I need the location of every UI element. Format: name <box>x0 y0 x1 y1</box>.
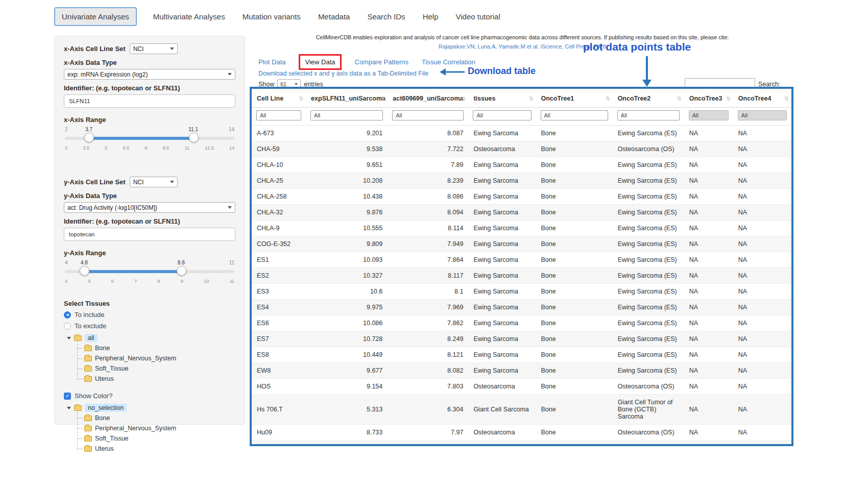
act-value-cell: 8.239 <box>388 173 468 189</box>
tissue-tree-item[interactable]: Peripheral_Nervous_System <box>84 423 235 433</box>
y-slider-tick-label: 9 <box>181 279 183 284</box>
act-value-cell: 7.969 <box>388 300 468 315</box>
tissue-cell: Ewing Sarcoma <box>468 189 536 205</box>
column-header[interactable]: OncoTree2 ⇅ <box>613 89 684 108</box>
download-link[interactable]: Download selected x and y axis data as a… <box>258 70 428 77</box>
oncotree2-cell: Ewing Sarcoma (ES) <box>613 284 684 300</box>
tissue-tree-item[interactable]: Uterus <box>84 444 235 454</box>
oncotree4-cell: NA <box>733 379 791 395</box>
act-value-cell: 8.082 <box>388 363 468 379</box>
tree-root-label[interactable]: no_selection <box>85 404 127 412</box>
citation-link[interactable]: Rajapakse.VN, Luna.A, Yamade.M et al. iS… <box>251 43 793 50</box>
x-cell-line-set-select[interactable]: NCI <box>130 43 178 54</box>
table-pointer-arrow-icon <box>639 56 655 88</box>
y-slider-fill <box>84 270 181 273</box>
x-slider-min-label: 2 <box>65 127 68 132</box>
tab-plot-data[interactable]: Plot Data <box>258 58 285 66</box>
column-header[interactable]: tissues ⇅ <box>468 89 536 108</box>
nav-tab-mutation-variants[interactable]: Mutation variants <box>242 8 302 25</box>
tissue-tree-item[interactable]: Soft_Tissue <box>84 363 235 374</box>
x-identifier-input[interactable] <box>64 94 235 108</box>
y-cell-line-set-select[interactable]: NCI <box>130 177 178 187</box>
oncotree3-cell: NA <box>684 331 733 347</box>
expander-icon[interactable] <box>67 337 71 339</box>
y-slider-left-handle[interactable] <box>80 266 89 276</box>
filter-exp[interactable]: All <box>310 110 383 120</box>
y-data-type-select[interactable]: act: Drug Activity (-log10[IC50M]) <box>64 202 235 213</box>
show-color-row[interactable]: Show Color? <box>64 392 235 400</box>
tab-tissue-correlation[interactable]: Tissue Correlation <box>422 58 475 66</box>
tissue-tree-item[interactable]: Bone <box>84 343 235 353</box>
table-row: EW8 9.677 8.082 Ewing Sarcoma Bone Ewing… <box>252 363 791 379</box>
table-row: ES1 10.093 7.864 Ewing Sarcoma Bone Ewin… <box>252 252 791 268</box>
tissue-cell: Ewing Sarcoma <box>468 205 536 221</box>
folder-icon <box>84 356 92 361</box>
filter-act[interactable]: All <box>392 110 464 120</box>
exp-value-cell: 10.449 <box>306 347 388 363</box>
act-value-cell: 7.722 <box>388 141 468 157</box>
tissue-include-radio-row[interactable]: To include <box>64 311 235 319</box>
select-tissues-label: Select Tissues <box>64 300 235 307</box>
cell-line-cell: ES3 <box>252 284 306 300</box>
column-header[interactable]: OncoTree4 ⇅ <box>733 89 791 108</box>
nav-tab-multivariate[interactable]: Multivariate Analyses <box>152 8 226 25</box>
tissue-tree-item-label: Bone <box>95 414 110 422</box>
nav-tab-metadata[interactable]: Metadata <box>317 8 351 25</box>
column-header[interactable]: act609699_uniSarcoma ⇅ <box>388 89 468 108</box>
tab-compare-patterns[interactable]: Compare Patterns <box>355 58 409 66</box>
oncotree1-cell: Bone <box>536 205 613 221</box>
act-value-cell: 8.094 <box>388 205 468 221</box>
tree-root-label[interactable]: all <box>85 334 98 342</box>
column-header[interactable]: OncoTree3 ⇅ <box>684 89 733 108</box>
tissue-tree-include: all Bone Peripheral_Nervous_System Soft_… <box>67 334 235 384</box>
y-identifier-input[interactable] <box>64 228 235 241</box>
tissue-tree-item[interactable]: Soft_Tissue <box>84 433 235 444</box>
tree-root-row[interactable]: no_selection <box>67 404 235 412</box>
exp-value-cell: 9.154 <box>306 379 388 395</box>
filter-oncotree1[interactable]: All <box>541 110 608 120</box>
y-data-type-label: y-Axis Data Type <box>64 192 117 200</box>
x-slider-right-handle[interactable] <box>189 133 199 142</box>
tissue-cell: Ewing Sarcoma <box>468 126 536 141</box>
cell-line-cell: HOS <box>252 379 306 395</box>
nav-tab-search-ids[interactable]: Search IDs <box>366 8 406 25</box>
cell-line-cell: ES4 <box>252 300 306 315</box>
x-slider-left-handle[interactable] <box>84 133 94 142</box>
nav-tab-help[interactable]: Help <box>422 8 440 25</box>
oncotree4-cell: NA <box>733 284 791 300</box>
radio-include-icon[interactable] <box>64 311 71 319</box>
table-row: CHLA-258 10.438 8.086 Ewing Sarcoma Bone… <box>252 189 791 205</box>
act-value-cell: 7.89 <box>388 157 468 173</box>
oncotree2-cell: Ewing Sarcoma (ES) <box>613 236 684 252</box>
tissue-tree-item[interactable]: Uterus <box>84 374 235 384</box>
tab-view-data[interactable]: View Data <box>305 58 335 66</box>
table-row: ES3 10.6 8.1 Ewing Sarcoma Bone Ewing Sa… <box>252 284 791 300</box>
folder-icon <box>84 416 92 421</box>
show-color-checkbox[interactable] <box>64 393 71 400</box>
tissue-tree-item[interactable]: Bone <box>84 413 235 423</box>
tissue-tree-item[interactable]: Peripheral_Nervous_System <box>84 353 235 363</box>
column-header[interactable]: Cell Line ⇅ <box>252 89 306 108</box>
x-data-type-select[interactable]: exp: mRNA Expression (log2) <box>64 69 235 80</box>
plot-data-table: Cell Line ⇅ expSLFN11_uniSarcoma ⇅ act60… <box>252 89 791 446</box>
column-header[interactable]: OncoTree1 ⇅ <box>536 89 613 108</box>
tree-root-row[interactable]: all <box>67 334 235 342</box>
filter-cell-line[interactable]: All <box>256 110 301 120</box>
x-slider-to-label: 11.1 <box>188 127 198 132</box>
radio-exclude-icon[interactable] <box>64 323 71 330</box>
tissue-tree-item-label: Uterus <box>95 445 114 452</box>
expander-icon[interactable] <box>67 407 71 409</box>
nav-tab-univariate[interactable]: Univariate Analyses <box>54 7 137 26</box>
nav-tab-video-tutorial[interactable]: Video tutorial <box>454 8 501 25</box>
cell-line-cell: Hs 706.T <box>252 395 306 425</box>
filter-tissues[interactable]: All <box>473 110 531 120</box>
column-header-label: Cell Line <box>257 95 283 102</box>
tissue-exclude-radio-row[interactable]: To exclude <box>64 322 235 330</box>
oncotree2-cell: Ewing Sarcoma (ES) <box>613 252 684 268</box>
oncotree1-cell: Bone <box>536 141 613 157</box>
oncotree4-cell: NA <box>733 268 791 284</box>
y-slider-right-handle[interactable] <box>177 266 186 276</box>
column-header[interactable]: expSLFN11_uniSarcoma ⇅ <box>306 89 388 108</box>
filter-oncotree2[interactable]: All <box>617 110 680 120</box>
tissue-cell: Ewing Sarcoma <box>468 236 536 252</box>
